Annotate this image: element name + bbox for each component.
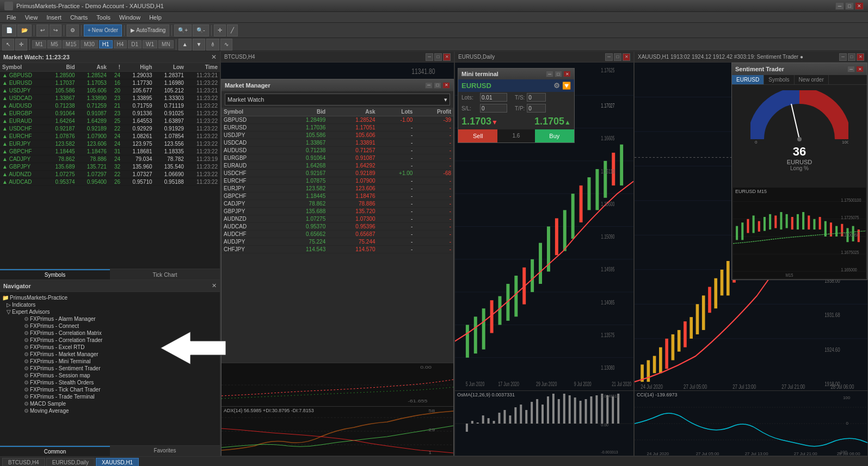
- mw-symbol-12[interactable]: ▲ GBPJPY: [0, 163, 45, 171]
- st-tab-symbols[interactable]: Symbols: [764, 75, 794, 84]
- mm-symbol-6[interactable]: EURAUD: [221, 162, 278, 170]
- xauusd-minimize-btn[interactable]: ─: [839, 53, 847, 61]
- mm-symbol-10[interactable]: GBPCHF: [221, 192, 278, 200]
- tf-m5[interactable]: M5: [47, 40, 61, 48]
- xauusd-close-btn[interactable]: ✕: [857, 53, 864, 61]
- cursor-tool[interactable]: ↖: [2, 39, 14, 51]
- mt-buy-button[interactable]: Buy: [535, 129, 574, 142]
- tf-h4[interactable]: H4: [114, 40, 127, 48]
- nav-expert-10[interactable]: ⚙ FXPrimus - Tick Chart Trader: [2, 386, 218, 393]
- mw-symbol-5[interactable]: ▲ EURGBP: [0, 110, 45, 117]
- nav-expert-5[interactable]: ⚙ FXPrimus - Market Manager: [2, 351, 218, 358]
- mm-close[interactable]: ✕: [442, 82, 450, 89]
- menu-window[interactable]: Window: [115, 13, 145, 22]
- zoom-in-button[interactable]: 🔍+: [174, 24, 192, 36]
- mm-restore[interactable]: □: [434, 82, 441, 89]
- mw-tab-symbols[interactable]: Symbols: [0, 269, 110, 279]
- mm-symbol-16[interactable]: AUDJPY: [221, 238, 278, 246]
- mm-symbol-0[interactable]: GBPUSD: [221, 116, 278, 124]
- mm-symbol-13[interactable]: AUDNZD: [221, 215, 278, 223]
- crosshair-button[interactable]: ✛: [214, 24, 226, 36]
- mm-symbol-17[interactable]: CHFJPY: [221, 246, 278, 253]
- mm-symbol-12[interactable]: GBPJPY: [221, 208, 278, 215]
- nav-expert-7[interactable]: ⚙ FXPrimus - Sentiment Trader: [2, 365, 218, 372]
- market-watch-scroll[interactable]: Symbol Bid Ask ! High Low Time ▲ GBPUSD …: [0, 63, 220, 269]
- tab-xauusd[interactable]: XAUUSD,H1: [96, 458, 139, 466]
- menu-tools[interactable]: Tools: [92, 13, 115, 22]
- tab-eurusd[interactable]: EURUSD,Daily: [46, 458, 95, 466]
- nav-expert-2[interactable]: ⚙ FXPrimus - Correlation Matrix: [2, 330, 218, 337]
- tab-btcusd[interactable]: BTCUSD,H4: [2, 458, 45, 466]
- mm-symbol-2[interactable]: USDJPY: [221, 132, 278, 139]
- undo-button[interactable]: ↩: [36, 24, 48, 36]
- mm-symbol-15[interactable]: AUDCHF: [221, 231, 278, 238]
- nav-expert-13[interactable]: ⚙ Moving Average: [2, 407, 218, 414]
- menu-file[interactable]: File: [2, 13, 21, 22]
- open-button[interactable]: 📂: [17, 24, 32, 36]
- mm-symbol-9[interactable]: EURJPY: [221, 185, 278, 192]
- nav-tab-favorites[interactable]: Favorites: [110, 446, 220, 456]
- crosshair-tool[interactable]: ✛: [15, 39, 27, 51]
- file-new-button[interactable]: 📄: [2, 24, 16, 36]
- mm-symbol-14[interactable]: AUDCAD: [221, 223, 278, 231]
- mt-sell-button[interactable]: Sell: [458, 129, 497, 142]
- eurusd-close-btn[interactable]: ✕: [623, 53, 630, 61]
- mw-symbol-8[interactable]: ▲ EURCHF: [0, 133, 45, 140]
- market-watch-close[interactable]: ✕: [211, 53, 217, 61]
- mw-symbol-13[interactable]: ▲ AUDNZD: [0, 171, 45, 178]
- tf-w1[interactable]: W1: [143, 40, 157, 48]
- line-button[interactable]: ╱: [227, 24, 238, 36]
- mw-symbol-4[interactable]: ▲ AUDUSD: [0, 102, 45, 110]
- mm-dropdown[interactable]: Market Watch ▾: [225, 94, 450, 105]
- mm-symbol-3[interactable]: USDCAD: [221, 139, 278, 147]
- st-tab-new-order[interactable]: New order: [795, 75, 829, 84]
- mt-tp-input[interactable]: [527, 104, 546, 113]
- menu-view[interactable]: View: [21, 13, 42, 22]
- new-order-button[interactable]: + New Order: [84, 24, 122, 36]
- mt-ts-input[interactable]: [527, 93, 546, 102]
- nav-expert-0[interactable]: ⚙ FXPrimus - Alarm Manager: [2, 315, 218, 322]
- tf-m30[interactable]: M30: [81, 40, 97, 48]
- mw-symbol-14[interactable]: ▲ AUDCAD: [0, 178, 45, 186]
- mm-symbol-5[interactable]: EURGBP: [221, 154, 278, 162]
- nav-expert-9[interactable]: ⚙ FXPrimus - Stealth Orders: [2, 379, 218, 386]
- mw-symbol-9[interactable]: ▲ EURJPY: [0, 140, 45, 148]
- mw-symbol-11[interactable]: ▲ CADJPY: [0, 156, 45, 163]
- mm-minimize[interactable]: ─: [425, 82, 433, 89]
- navigator-close[interactable]: ✕: [212, 282, 217, 289]
- nav-expert-1[interactable]: ⚙ FXPrimus - Connect: [2, 322, 218, 330]
- mt-lots-input[interactable]: [480, 93, 507, 102]
- btc-minimize-btn[interactable]: ─: [426, 53, 433, 61]
- expert-advisors-button[interactable]: ⚙: [66, 24, 79, 36]
- maximize-button[interactable]: □: [845, 2, 854, 10]
- mm-symbol-11[interactable]: CADJPY: [221, 200, 278, 208]
- tf-m1[interactable]: M1: [32, 40, 46, 48]
- eurusd-maximize-btn[interactable]: □: [614, 53, 621, 61]
- nav-tab-common[interactable]: Common: [0, 446, 110, 456]
- move-down-button[interactable]: ▼: [193, 39, 206, 51]
- st-tab-eurusd[interactable]: EURUSD: [732, 75, 764, 84]
- close-button[interactable]: ✕: [855, 2, 864, 10]
- mt-sl-input[interactable]: [480, 104, 507, 113]
- redo-button[interactable]: ↪: [50, 24, 61, 36]
- nav-expert-3[interactable]: ⚙ FXPrimus - Correlation Trader: [2, 337, 218, 344]
- nav-expert-advisors[interactable]: ▽ Expert Advisors: [2, 308, 218, 315]
- tf-d1[interactable]: D1: [128, 40, 141, 48]
- mt-restore[interactable]: □: [555, 71, 562, 77]
- xauusd-maximize-btn[interactable]: □: [848, 53, 855, 61]
- nav-expert-12[interactable]: ⚙ MACD Sample: [2, 400, 218, 407]
- mw-tab-tick-chart[interactable]: Tick Chart: [110, 269, 220, 279]
- menu-charts[interactable]: Charts: [66, 13, 92, 22]
- mt-close[interactable]: ✕: [563, 71, 571, 77]
- nav-root[interactable]: 📁 PrimusMarkets-Practice: [2, 294, 218, 301]
- xauusd-chart-body[interactable]: 1978.60 1971.68 1964.76 1958.40 1951.60 …: [635, 63, 867, 456]
- mw-symbol-3[interactable]: ▲ USDCAD: [0, 95, 45, 102]
- tf-m15[interactable]: M15: [63, 40, 79, 48]
- settings-icon[interactable]: ⚙ 🔽: [553, 82, 571, 90]
- tf-mn[interactable]: MN: [158, 40, 174, 48]
- indicators-button[interactable]: ∿: [220, 39, 232, 51]
- mt-minimize[interactable]: ─: [546, 71, 553, 77]
- mm-symbol-4[interactable]: AUDUSD: [221, 147, 278, 154]
- menu-help[interactable]: Help: [145, 13, 166, 22]
- nav-expert-11[interactable]: ⚙ FXPrimus - Trade Terminal: [2, 393, 218, 400]
